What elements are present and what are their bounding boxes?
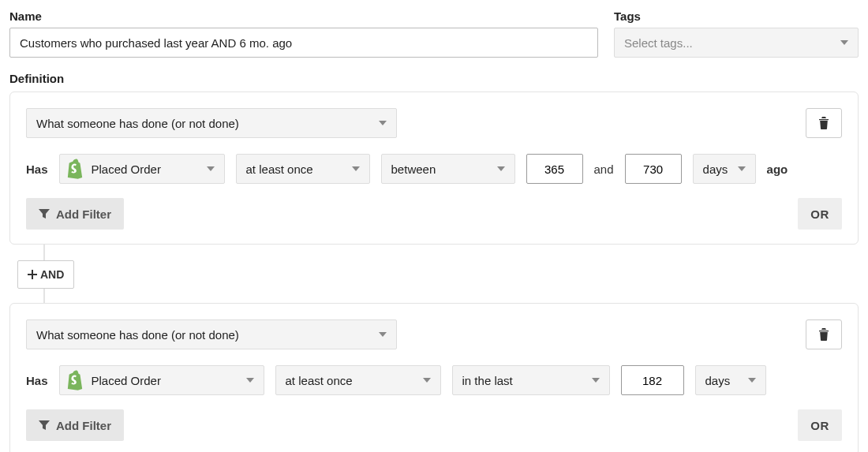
unit-value: days bbox=[703, 162, 728, 176]
frequency-select[interactable]: at least once bbox=[275, 365, 441, 395]
time-mode-select[interactable]: between bbox=[381, 154, 515, 184]
and-connector-label: and bbox=[594, 162, 614, 176]
add-filter-label: Add Filter bbox=[56, 207, 111, 221]
chevron-down-icon bbox=[592, 378, 600, 383]
trash-icon bbox=[818, 117, 829, 129]
filter-icon bbox=[39, 420, 50, 431]
time-mode-select[interactable]: in the last bbox=[452, 365, 610, 395]
or-button[interactable]: OR bbox=[798, 409, 842, 441]
or-button[interactable]: OR bbox=[798, 198, 842, 230]
ago-label: ago bbox=[767, 162, 788, 176]
event-value: Placed Order bbox=[92, 162, 161, 176]
chevron-down-icon bbox=[207, 166, 215, 171]
add-filter-button[interactable]: Add Filter bbox=[26, 409, 124, 441]
definition-label: Definition bbox=[9, 72, 859, 85]
chevron-down-icon bbox=[840, 40, 848, 45]
delete-button[interactable] bbox=[806, 108, 842, 138]
name-label: Name bbox=[9, 9, 598, 23]
value2-input[interactable] bbox=[625, 154, 682, 184]
tags-placeholder: Select tags... bbox=[624, 36, 693, 50]
tags-select[interactable]: Select tags... bbox=[614, 28, 859, 58]
add-filter-button[interactable]: Add Filter bbox=[26, 198, 124, 230]
chevron-down-icon bbox=[379, 332, 387, 337]
chevron-down-icon bbox=[379, 121, 387, 125]
trash-icon bbox=[818, 328, 829, 341]
chevron-down-icon bbox=[497, 166, 505, 171]
delete-button[interactable] bbox=[806, 319, 842, 349]
event-select[interactable]: Placed Order bbox=[59, 365, 264, 395]
unit-select[interactable]: days bbox=[695, 365, 766, 395]
and-connector: AND bbox=[9, 245, 859, 303]
tags-label: Tags bbox=[614, 9, 859, 23]
add-filter-label: Add Filter bbox=[56, 419, 111, 432]
frequency-value: at least once bbox=[246, 162, 313, 176]
chevron-down-icon bbox=[738, 166, 746, 171]
chevron-down-icon bbox=[352, 166, 360, 171]
has-label: Has bbox=[26, 374, 48, 387]
time-mode-value: in the last bbox=[462, 374, 513, 387]
event-select[interactable]: Placed Order bbox=[59, 154, 225, 184]
condition-type-select[interactable]: What someone has done (or not done) bbox=[26, 108, 397, 138]
has-label: Has bbox=[26, 162, 48, 176]
event-value: Placed Order bbox=[92, 374, 161, 387]
filter-icon bbox=[39, 208, 50, 219]
unit-select[interactable]: days bbox=[693, 154, 756, 184]
condition-type-value: What someone has done (or not done) bbox=[36, 328, 239, 342]
condition-type-value: What someone has done (or not done) bbox=[36, 117, 239, 130]
shopify-icon bbox=[66, 370, 84, 390]
name-input[interactable] bbox=[9, 28, 598, 58]
unit-value: days bbox=[705, 374, 731, 387]
definition-block: What someone has done (or not done) Has … bbox=[9, 92, 859, 245]
value1-input[interactable] bbox=[621, 365, 684, 395]
frequency-select[interactable]: at least once bbox=[236, 154, 370, 184]
chevron-down-icon bbox=[246, 378, 254, 383]
plus-icon bbox=[28, 270, 37, 279]
and-label: AND bbox=[40, 268, 64, 281]
shopify-icon bbox=[66, 159, 84, 179]
condition-type-select[interactable]: What someone has done (or not done) bbox=[26, 319, 397, 349]
frequency-value: at least once bbox=[286, 374, 353, 387]
chevron-down-icon bbox=[423, 378, 431, 383]
chevron-down-icon bbox=[748, 378, 756, 383]
definition-block: What someone has done (or not done) Has … bbox=[9, 303, 859, 452]
time-mode-value: between bbox=[391, 162, 436, 176]
value1-input[interactable] bbox=[526, 154, 583, 184]
and-button[interactable]: AND bbox=[17, 260, 74, 289]
